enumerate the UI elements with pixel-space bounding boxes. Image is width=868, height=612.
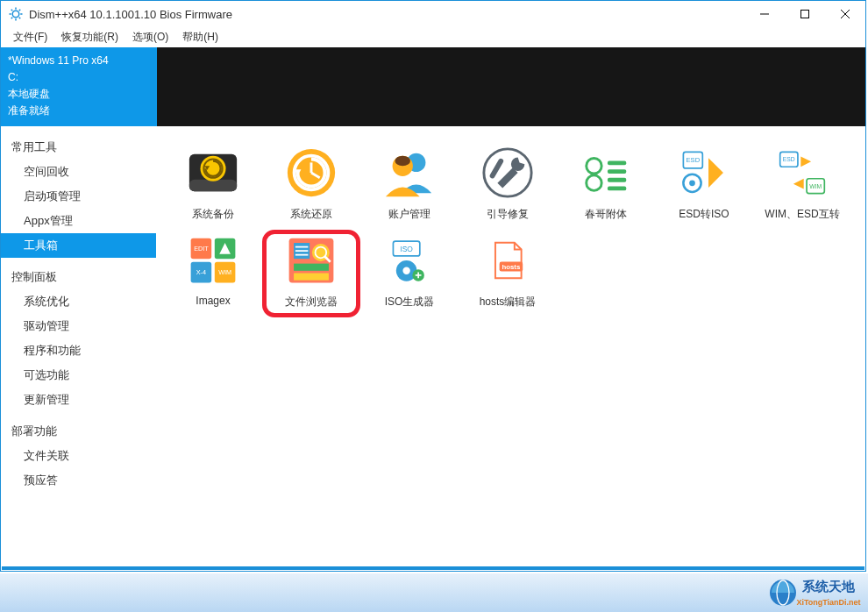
svg-rect-6 — [189, 180, 237, 192]
sidebar-item-optional[interactable]: 可选功能 — [1, 363, 156, 388]
svg-text:ESD: ESD — [687, 156, 701, 164]
wim-esd-icon: ESD WIM — [775, 146, 829, 200]
sidebar-item-driver[interactable]: 驱动管理 — [1, 314, 156, 338]
tool-label: 引导修复 — [487, 207, 529, 222]
sidebar-item-toolbox[interactable]: 工具箱 — [1, 233, 156, 258]
tool-restore[interactable]: 系统还原 — [262, 142, 360, 230]
os-info-dark-area — [157, 47, 865, 126]
menubar: 文件(F) 恢复功能(R) 选项(O) 帮助(H) — [1, 27, 865, 47]
sidebar-item-preanswer[interactable]: 预应答 — [1, 468, 156, 493]
esd-iso-icon: ESD — [677, 146, 731, 200]
close-button[interactable] — [825, 1, 865, 27]
sidebar-item-sysopt[interactable]: 系统优化 — [1, 289, 156, 314]
svg-marker-36 — [793, 179, 804, 189]
svg-text:hosts: hosts — [502, 263, 521, 271]
svg-rect-19 — [489, 158, 505, 180]
tool-label: hosts编辑器 — [480, 295, 537, 310]
watermark-url: XiTongTianDi.net — [796, 598, 860, 607]
window-bottom-border — [2, 566, 864, 570]
menu-recovery[interactable]: 恢复功能(R) — [54, 28, 125, 46]
hosts-icon: hosts — [480, 233, 535, 288]
tool-label: ESD转ISO — [679, 207, 729, 222]
sidebar-item-updates[interactable]: 更新管理 — [1, 388, 156, 412]
restore-icon — [284, 146, 338, 200]
svg-text:ESD: ESD — [783, 156, 795, 162]
app-icon — [8, 6, 24, 22]
tool-hosts[interactable]: hosts hosts编辑器 — [459, 230, 557, 317]
tool-esd2iso[interactable]: ESD ESD转ISO — [655, 142, 753, 230]
tool-imagex[interactable]: EDIT X-4 WIM Imagex — [164, 230, 262, 317]
sidebar-item-appx[interactable]: Appx管理 — [1, 209, 156, 233]
titlebar: Dism++x64 10.1.1001.10 Bios Firmware — [1, 1, 865, 27]
svg-point-20 — [587, 159, 601, 174]
boot-repair-icon — [480, 146, 535, 200]
svg-text:WIM: WIM — [809, 183, 822, 189]
account-icon — [382, 146, 437, 200]
file-browser-icon — [284, 233, 338, 288]
svg-point-21 — [587, 175, 601, 190]
imagex-icon: EDIT X-4 WIM — [186, 233, 240, 288]
menu-file[interactable]: 文件(F) — [6, 28, 54, 46]
svg-rect-23 — [608, 169, 626, 174]
menu-options[interactable]: 选项(O) — [125, 28, 175, 46]
tool-chunge[interactable]: 春哥附体 — [557, 142, 655, 230]
svg-rect-25 — [608, 187, 626, 191]
os-status: 准备就绪 — [8, 103, 150, 119]
sidebar: 常用工具 空间回收 启动项管理 Appx管理 工具箱 控制面板 系统优化 驱动管… — [1, 126, 157, 566]
tool-label: Imagex — [196, 295, 230, 307]
svg-rect-22 — [608, 160, 626, 165]
svg-point-65 — [777, 580, 789, 605]
svg-point-64 — [770, 580, 796, 606]
sidebar-item-startup[interactable]: 启动项管理 — [1, 184, 156, 209]
svg-point-58 — [402, 267, 409, 274]
iso-gen-icon: ISO — [382, 233, 437, 288]
os-name: *Windows 11 Pro x64 — [8, 53, 150, 69]
sidebar-item-programs[interactable]: 程序和功能 — [1, 338, 156, 363]
sidebar-item-space[interactable]: 空间回收 — [1, 160, 156, 184]
sidebar-cat-controlpanel: 控制面板 — [1, 265, 156, 289]
desktop-background-hint — [0, 573, 868, 612]
tool-grid: 系统备份 系统还原 — [157, 126, 865, 566]
svg-marker-35 — [800, 156, 811, 167]
sidebar-cat-deploy: 部署功能 — [1, 419, 156, 444]
tool-label: ISO生成器 — [385, 295, 435, 310]
tool-wimesd[interactable]: ESD WIM WIM、ESD互转 — [753, 142, 851, 230]
tool-boot[interactable]: 引导修复 — [459, 142, 557, 230]
sidebar-cat-common: 常用工具 — [1, 135, 156, 160]
tool-label: 系统还原 — [290, 207, 332, 222]
watermark: 系统天地 XiTongTianDi.net — [767, 568, 868, 612]
svg-text:EDIT: EDIT — [194, 245, 209, 253]
os-drive: C: — [8, 69, 150, 86]
svg-point-0 — [12, 11, 19, 18]
tool-account[interactable]: 账户管理 — [360, 142, 459, 230]
tool-label: 系统备份 — [192, 207, 234, 222]
svg-point-29 — [689, 180, 695, 186]
os-disktype: 本地硬盘 — [8, 86, 150, 103]
window-title: Dism++x64 10.1.1001.10 Bios Firmware — [29, 8, 744, 21]
minimize-button[interactable] — [744, 1, 785, 27]
os-info-strip: *Windows 11 Pro x64 C: 本地硬盘 准备就绪 — [1, 47, 865, 126]
svg-rect-54 — [294, 274, 329, 281]
svg-rect-53 — [294, 264, 329, 271]
tool-label: 账户管理 — [388, 207, 430, 222]
tool-filebrowser[interactable]: 文件浏览器 — [262, 230, 360, 317]
svg-marker-30 — [708, 158, 723, 188]
svg-text:X-4: X-4 — [196, 268, 206, 276]
svg-text:WIM: WIM — [218, 268, 231, 276]
svg-rect-2 — [801, 11, 809, 18]
svg-text:ISO: ISO — [400, 245, 413, 253]
content-area: 常用工具 空间回收 启动项管理 Appx管理 工具箱 控制面板 系统优化 驱动管… — [1, 126, 865, 566]
tool-backup[interactable]: 系统备份 — [164, 142, 262, 230]
tool-isogen[interactable]: ISO ISO生成器 — [360, 230, 459, 317]
maximize-button[interactable] — [785, 1, 825, 27]
chunge-icon — [579, 146, 633, 200]
app-window: Dism++x64 10.1.1001.10 Bios Firmware 文件(… — [0, 0, 866, 572]
window-controls — [744, 1, 865, 27]
tool-label: 文件浏览器 — [285, 295, 338, 310]
os-info-panel[interactable]: *Windows 11 Pro x64 C: 本地硬盘 准备就绪 — [1, 47, 157, 126]
menu-help[interactable]: 帮助(H) — [175, 28, 225, 46]
svg-point-17 — [395, 156, 410, 167]
watermark-title: 系统天地 — [801, 579, 856, 594]
sidebar-item-fileassoc[interactable]: 文件关联 — [1, 444, 156, 468]
svg-rect-24 — [608, 178, 626, 182]
